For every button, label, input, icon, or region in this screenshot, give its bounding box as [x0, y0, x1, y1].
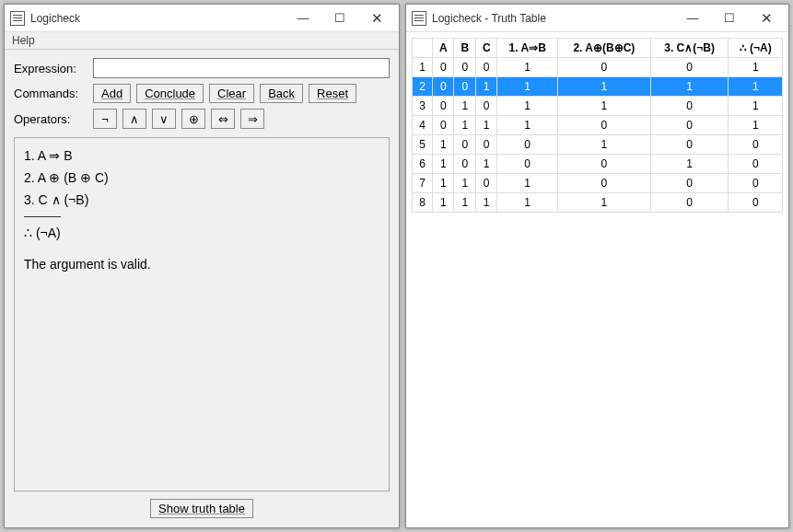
premise-divider — [24, 216, 61, 217]
maximize-button[interactable]: ☐ — [711, 6, 748, 31]
premise-2: 2. A ⊕ (B ⊕ C) — [24, 168, 379, 190]
cell-col1: 1 — [497, 193, 557, 213]
add-button[interactable]: Add — [93, 84, 131, 103]
cell-col3: 0 — [650, 116, 729, 135]
cell-B: 1 — [454, 174, 475, 193]
row-number: 5 — [413, 135, 433, 155]
op-or-button[interactable]: ∨ — [152, 109, 176, 129]
cell-C: 1 — [475, 116, 496, 135]
cell-col1: 0 — [497, 155, 557, 174]
window-title: Logicheck — [30, 12, 285, 25]
cell-col1: 1 — [497, 174, 557, 193]
app-icon — [412, 11, 426, 26]
cell-col2: 1 — [557, 135, 650, 155]
cell-col2: 0 — [557, 116, 650, 135]
truth-window-title: Logicheck - Truth Table — [432, 12, 674, 25]
expression-input[interactable] — [93, 58, 390, 78]
row-number: 8 — [413, 193, 433, 213]
operators-label: Operators: — [14, 112, 87, 126]
cell-conclusion: 1 — [729, 77, 783, 97]
cell-B: 0 — [454, 58, 475, 77]
cell-B: 1 — [454, 116, 475, 135]
menu-help[interactable]: Help — [12, 34, 35, 47]
titlebar-main: Logicheck — ☐ ✕ — [5, 5, 399, 32]
cell-col2: 0 — [557, 174, 650, 193]
table-row[interactable]: 71101000 — [413, 174, 783, 193]
app-icon — [10, 11, 25, 26]
cell-col3: 1 — [650, 155, 729, 174]
truth-table-wrap: A B C 1. A⇒B 2. A⊕(B⊕C) 3. C∧(¬B) ∴ (¬A)… — [406, 32, 788, 527]
truth-table: A B C 1. A⇒B 2. A⊕(B⊕C) 3. C∧(¬B) ∴ (¬A)… — [412, 38, 783, 213]
cell-col3: 0 — [650, 174, 729, 193]
row-number: 6 — [413, 155, 433, 174]
table-row[interactable]: 81111100 — [413, 193, 783, 213]
cell-C: 0 — [475, 174, 496, 193]
table-row[interactable]: 40111001 — [413, 116, 783, 135]
cell-B: 0 — [454, 135, 475, 155]
minimize-button[interactable]: — — [674, 6, 711, 31]
cell-conclusion: 0 — [729, 135, 783, 155]
cell-col1: 1 — [497, 77, 557, 97]
cell-conclusion: 1 — [729, 116, 783, 135]
back-button[interactable]: Back — [260, 84, 303, 103]
cell-C: 0 — [475, 135, 496, 155]
close-button[interactable]: ✕ — [748, 6, 785, 31]
table-row[interactable]: 20011111 — [413, 77, 783, 97]
cell-col2: 1 — [557, 193, 650, 213]
cell-A: 0 — [433, 58, 454, 77]
table-row[interactable]: 10001001 — [413, 58, 783, 77]
op-implies-button[interactable]: ⇒ — [240, 109, 264, 129]
op-not-button[interactable]: ¬ — [93, 109, 117, 129]
op-iff-button[interactable]: ⇔ — [211, 109, 235, 129]
expression-label: Expression: — [14, 62, 87, 75]
cell-C: 1 — [475, 155, 496, 174]
header-conclusion: ∴ (¬A) — [729, 39, 783, 58]
row-number: 4 — [413, 116, 433, 135]
show-truth-table-button[interactable]: Show truth table — [150, 499, 253, 518]
menubar: Help — [5, 32, 399, 50]
premise-3: 3. C ∧ (¬B) — [24, 190, 379, 212]
table-row[interactable]: 30101101 — [413, 97, 783, 116]
header-row: A B C 1. A⇒B 2. A⊕(B⊕C) 3. C∧(¬B) ∴ (¬A) — [413, 39, 783, 58]
minimize-button[interactable]: — — [285, 6, 321, 31]
header-col1: 1. A⇒B — [497, 39, 557, 58]
row-number: 7 — [413, 174, 433, 193]
row-number: 3 — [413, 97, 433, 116]
table-row[interactable]: 61010010 — [413, 155, 783, 174]
cell-C: 1 — [475, 193, 496, 213]
conclude-button[interactable]: Conclude — [136, 84, 204, 103]
header-C: C — [475, 39, 496, 58]
header-A: A — [433, 39, 454, 58]
cell-C: 1 — [475, 77, 496, 97]
cell-conclusion: 0 — [729, 193, 783, 213]
header-col3: 3. C∧(¬B) — [650, 39, 729, 58]
cell-conclusion: 0 — [729, 155, 783, 174]
table-row[interactable]: 51000100 — [413, 135, 783, 155]
cell-col2: 1 — [557, 97, 650, 116]
cell-C: 0 — [475, 97, 496, 116]
premises-panel: 1. A ⇒ B 2. A ⊕ (B ⊕ C) 3. C ∧ (¬B) ∴ (¬… — [14, 137, 390, 492]
conclusion: ∴ (¬A) — [24, 223, 379, 245]
cell-A: 1 — [433, 155, 454, 174]
cell-col3: 1 — [650, 77, 729, 97]
cell-col3: 0 — [650, 58, 729, 77]
row-number: 1 — [413, 58, 433, 77]
row-number: 2 — [413, 77, 433, 97]
clear-button[interactable]: Clear — [209, 84, 254, 103]
maximize-button[interactable]: ☐ — [321, 6, 358, 31]
header-corner — [413, 39, 433, 58]
main-window: Logicheck — ☐ ✕ Help Expression: Command… — [4, 4, 400, 528]
cell-B: 1 — [454, 193, 475, 213]
cell-C: 0 — [475, 58, 496, 77]
cell-conclusion: 0 — [729, 174, 783, 193]
titlebar-truth: Logicheck - Truth Table — ☐ ✕ — [406, 5, 788, 32]
cell-col1: 1 — [497, 58, 557, 77]
truth-table-window: Logicheck - Truth Table — ☐ ✕ A B C 1. A… — [405, 4, 789, 528]
op-and-button[interactable]: ∧ — [122, 109, 146, 129]
reset-button[interactable]: Reset — [309, 84, 356, 103]
op-xor-button[interactable]: ⊕ — [181, 109, 205, 129]
close-button[interactable]: ✕ — [358, 6, 395, 31]
header-col2: 2. A⊕(B⊕C) — [557, 39, 650, 58]
cell-col3: 0 — [650, 135, 729, 155]
cell-A: 0 — [433, 77, 454, 97]
